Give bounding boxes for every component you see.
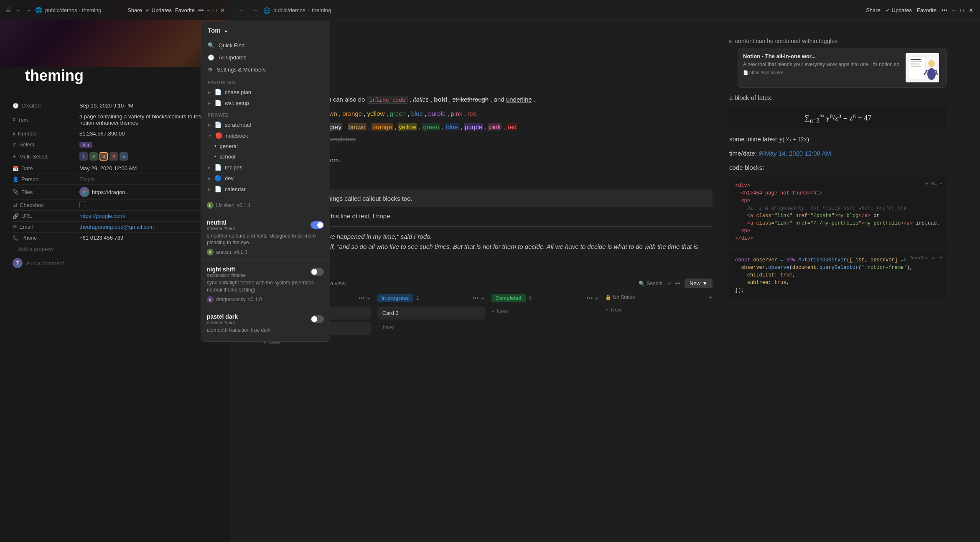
minimize-button[interactable]: − <box>952 7 956 13</box>
sidebar-item-chase-plan[interactable]: ▶ 📄 chase plan <box>201 87 330 97</box>
maximize-button[interactable]: □ <box>960 7 964 13</box>
svg-rect-5 <box>911 66 921 66</box>
share-button[interactable]: Share <box>866 7 881 13</box>
theme-toggle-3[interactable] <box>311 315 324 323</box>
back-nav-button[interactable]: ← <box>237 5 247 15</box>
board-new-button[interactable]: New ▼ <box>685 279 713 288</box>
sidebar-item-calendar[interactable]: ▶ 📄 calendar <box>201 184 330 194</box>
sidebar-item-label: general <box>220 143 238 149</box>
sidebar-item-school[interactable]: • school <box>201 151 330 162</box>
maximize-button[interactable]: □ <box>214 7 217 13</box>
updates-button[interactable]: ✓ Updates <box>886 7 912 13</box>
breadcrumb-current[interactable]: theming <box>82 7 101 13</box>
sidebar-item-dev[interactable]: ▶ 🔵 dev <box>201 173 330 184</box>
checkbox-value[interactable] <box>79 202 217 208</box>
theme-author-1: a arecsu v0.1.3 <box>207 249 324 256</box>
col-more-button[interactable]: ••• <box>359 295 365 302</box>
user-name-display: Tom ⌄ <box>208 26 229 34</box>
theme-toggle-2[interactable] <box>311 268 324 276</box>
select-value[interactable]: tag <box>79 141 217 148</box>
forward-nav-button[interactable]: → <box>250 5 260 15</box>
updates-button[interactable]: ✓ Updates <box>145 7 172 13</box>
back-icon[interactable]: ← <box>15 7 22 13</box>
number-value[interactable]: $1,234,567,890.00 <box>79 130 217 137</box>
col-more-button[interactable]: ••• <box>586 295 593 302</box>
add-card-button-2[interactable]: + New <box>377 322 485 332</box>
text-value[interactable]: a page containing a variety of blocks/co… <box>79 113 217 126</box>
url-label: URL <box>21 213 32 219</box>
sidebar-item-recipes[interactable]: ▶ 📄 recipes <box>201 162 330 173</box>
add-card-button-4[interactable]: + New <box>605 305 713 314</box>
url-value[interactable]: https://google.com/ <box>79 213 217 219</box>
col-add-button[interactable]: + <box>709 294 713 301</box>
add-card-button-3[interactable]: + New <box>491 307 599 316</box>
author-avatar-0: L <box>207 202 214 209</box>
code-lang-html[interactable]: HTML ▾ <box>926 180 942 187</box>
person-value[interactable]: Empty <box>79 176 217 182</box>
date-value[interactable]: May 29, 2020 12:00 AM <box>79 165 217 171</box>
share-button[interactable]: Share <box>127 7 142 13</box>
theme-toggle-1[interactable] <box>311 221 324 229</box>
phone-value[interactable]: +61 0123 456 789 <box>79 235 217 241</box>
toggle-header[interactable]: ▶ content can be contained within toggle… <box>729 38 947 44</box>
board-search-button[interactable]: 🔍 Search <box>639 281 662 286</box>
favorite-button[interactable]: Favorite <box>917 7 937 13</box>
breadcrumb-current[interactable]: theming <box>312 7 331 13</box>
breadcrumb-root[interactable]: public/demos <box>273 7 305 13</box>
board-header: ⠿ an inline board + Add a view 🔍 Search … <box>263 279 713 288</box>
email-value[interactable]: thedragonring.bod@gmail.com <box>79 224 217 230</box>
embed-url: 📄 https://notion.so/ <box>743 70 901 75</box>
close-button[interactable]: ✕ <box>220 7 225 13</box>
board-actions: 🔍 Search ⤢ ••• New ▼ <box>639 279 713 288</box>
chevron-icon: ▶ <box>208 123 211 127</box>
coloured-bg-row: coloured backgrounds: grey , brown , ora… <box>263 122 713 132</box>
favorite-button[interactable]: Favorite <box>175 7 195 13</box>
prop-files: 📎 Files 🐉 https://dragon... <box>13 185 217 199</box>
callout-block: 💡 there are these things called callout … <box>263 189 713 207</box>
email-icon: ✉ <box>13 224 17 230</box>
add-comment-area[interactable]: T Add a comment... <box>13 255 217 271</box>
sidebar-item-scratchpad[interactable]: ▶ 📄 scratchpad <box>201 119 330 130</box>
col-add-button[interactable]: + <box>595 295 598 302</box>
sidebar-item-general[interactable]: • general <box>201 141 330 151</box>
breadcrumb-root[interactable]: public/demos <box>45 7 77 13</box>
checkbox-box[interactable] <box>79 202 86 208</box>
board-more-button[interactable]: ••• <box>675 281 681 286</box>
files-value[interactable]: 🐉 https://dragon... <box>79 187 217 197</box>
more-button[interactable]: ••• <box>942 7 947 13</box>
code-lang-js[interactable]: JavaScript ▾ <box>909 255 942 262</box>
prop-date: 📅 Date May 29, 2020 12:00 AM <box>13 163 217 174</box>
sidebar-item-wsl-setup[interactable]: ▶ 📄 wsl: setup <box>201 97 330 108</box>
all-updates-item[interactable]: 🕐 All Updates <box>201 51 330 64</box>
latex-block: ∑n=3∞ yn/zn = zπ + 47 <box>729 107 947 129</box>
sidebar-item-notebook[interactable]: ▼ 🔴 notebook <box>201 130 330 141</box>
topbar-actions: Share ✓ Updates Favorite ••• − □ ✕ <box>127 7 225 13</box>
heading-3: h3 <box>263 79 713 89</box>
theme-author-0: L Lizishan v0.1.1 <box>207 202 324 209</box>
multiselect-value[interactable]: 1 2 3 4 5 <box>79 152 217 161</box>
properties-section: 🕐 Created Sep 19, 2020 9:10 PM ≡ Text a … <box>13 100 217 271</box>
chevron-icon: ▶ <box>729 39 733 43</box>
new-btn-chevron: ▼ <box>702 280 708 286</box>
add-property-button[interactable]: + Add a property <box>13 243 217 255</box>
created-value[interactable]: Sep 19, 2020 9:10 PM <box>79 102 217 109</box>
forward-icon[interactable]: → <box>25 7 32 13</box>
divider <box>263 226 713 227</box>
board-card-card3[interactable]: Card 3 <box>377 307 485 320</box>
theme-desc-2: sync dark/light theme with the system (o… <box>207 279 324 294</box>
board-expand-button[interactable]: ⤢ <box>667 281 671 286</box>
col-add-button[interactable]: + <box>481 295 484 302</box>
quick-find-item[interactable]: 🔍 Quick Find <box>201 39 330 51</box>
datetime-value: @May 14, 2020 12:00 AM <box>759 150 831 157</box>
settings-item[interactable]: ⚙ Settings & Members <box>201 64 330 76</box>
more-button[interactable]: ••• <box>198 7 204 13</box>
col-more-button[interactable]: ••• <box>473 295 479 302</box>
sidebar-item-label: calendar <box>225 186 246 192</box>
phone-label: Phone <box>21 235 37 241</box>
code-block-js: JavaScript ▾ const observer = new Mutati… <box>729 251 947 299</box>
col-add-button[interactable]: + <box>367 295 371 302</box>
close-button[interactable]: ✕ <box>969 7 973 13</box>
minimize-button[interactable]: − <box>207 7 211 13</box>
menu-icon[interactable]: ☰ <box>5 7 12 13</box>
dev-icon: 🔵 <box>214 175 221 182</box>
